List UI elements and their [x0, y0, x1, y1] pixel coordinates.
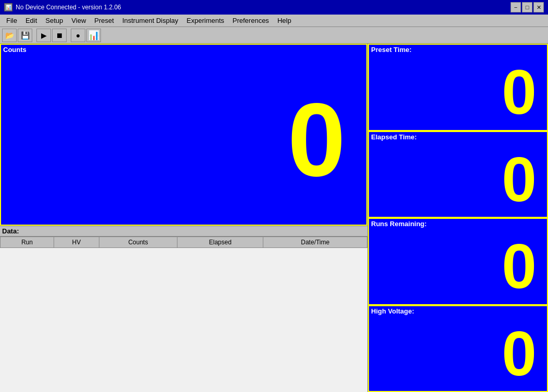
open-button[interactable]: 📂	[2, 29, 17, 42]
title-bar-controls[interactable]: − □ ✕	[511, 2, 544, 12]
counts-value: 0	[288, 88, 346, 192]
run-icon: ▶	[41, 31, 47, 40]
col-datetime: Date/Time	[263, 237, 367, 248]
menu-preferences[interactable]: Preferences	[228, 16, 273, 25]
menu-view[interactable]: View	[67, 16, 90, 25]
runs-remaining-label: Runs Remaining:	[369, 219, 547, 229]
menu-bar: File Edit Setup View Preset Instrument D…	[0, 15, 548, 27]
menu-preset[interactable]: Preset	[90, 16, 118, 25]
col-run: Run	[1, 237, 54, 248]
col-hv: HV	[54, 237, 99, 248]
stop-button[interactable]: ⏹	[52, 29, 67, 42]
chart-icon: 📊	[88, 30, 99, 41]
preset-time-block: Preset Time: 0	[368, 44, 548, 131]
elapsed-time-display: 0	[369, 142, 547, 217]
elapsed-time-value: 0	[502, 148, 537, 211]
counts-display: 0	[1, 55, 366, 225]
high-voltage-value: 0	[502, 322, 537, 385]
record-icon: ●	[76, 31, 80, 40]
counts-label: Counts	[1, 45, 366, 55]
menu-edit[interactable]: Edit	[21, 16, 41, 25]
preset-time-display: 0	[369, 55, 547, 130]
counts-section: Counts 0	[0, 44, 367, 226]
menu-help[interactable]: Help	[273, 16, 296, 25]
high-voltage-label: High Voltage:	[369, 306, 547, 316]
high-voltage-display: 0	[369, 316, 547, 391]
data-label: Data:	[0, 226, 367, 237]
stop-icon: ⏹	[56, 31, 63, 40]
run-button[interactable]: ▶	[36, 29, 51, 42]
save-icon: 💾	[21, 31, 30, 40]
open-icon: 📂	[5, 31, 14, 40]
save-button[interactable]: 💾	[18, 29, 32, 42]
app-icon: 📊	[4, 3, 12, 11]
record-button[interactable]: ●	[71, 29, 85, 42]
menu-file[interactable]: File	[2, 16, 21, 25]
runs-remaining-display: 0	[369, 229, 547, 304]
right-panel: Preset Time: 0 Elapsed Time: 0 Runs Rema…	[368, 44, 548, 392]
minimize-button[interactable]: −	[511, 2, 521, 12]
elapsed-time-block: Elapsed Time: 0	[368, 131, 548, 218]
close-button[interactable]: ✕	[533, 2, 544, 12]
title-bar-left: 📊 No Device Connected - version 1.2.06	[4, 3, 121, 11]
window-title: No Device Connected - version 1.2.06	[16, 4, 121, 11]
preset-time-label: Preset Time:	[369, 45, 547, 55]
main-content: Counts 0 Data: Run HV Counts Elapsed Dat…	[0, 44, 548, 392]
title-bar: 📊 No Device Connected - version 1.2.06 −…	[0, 0, 548, 15]
data-section: Data: Run HV Counts Elapsed Date/Time	[0, 226, 367, 392]
menu-experiments[interactable]: Experiments	[183, 16, 228, 25]
toolbar: 📂 💾 ▶ ⏹ ● 📊	[0, 27, 548, 44]
col-counts: Counts	[99, 237, 177, 248]
elapsed-time-label: Elapsed Time:	[369, 132, 547, 142]
runs-remaining-value: 0	[502, 235, 537, 297]
runs-remaining-block: Runs Remaining: 0	[368, 218, 548, 305]
data-table: Run HV Counts Elapsed Date/Time	[0, 237, 367, 248]
menu-instrument-display[interactable]: Instrument Display	[118, 16, 183, 25]
chart-button[interactable]: 📊	[86, 29, 101, 42]
high-voltage-block: High Voltage: 0	[368, 305, 548, 393]
left-panel: Counts 0 Data: Run HV Counts Elapsed Dat…	[0, 44, 368, 392]
preset-time-value: 0	[502, 61, 537, 123]
maximize-button[interactable]: □	[522, 2, 532, 12]
menu-setup[interactable]: Setup	[41, 16, 67, 25]
col-elapsed: Elapsed	[177, 237, 263, 248]
